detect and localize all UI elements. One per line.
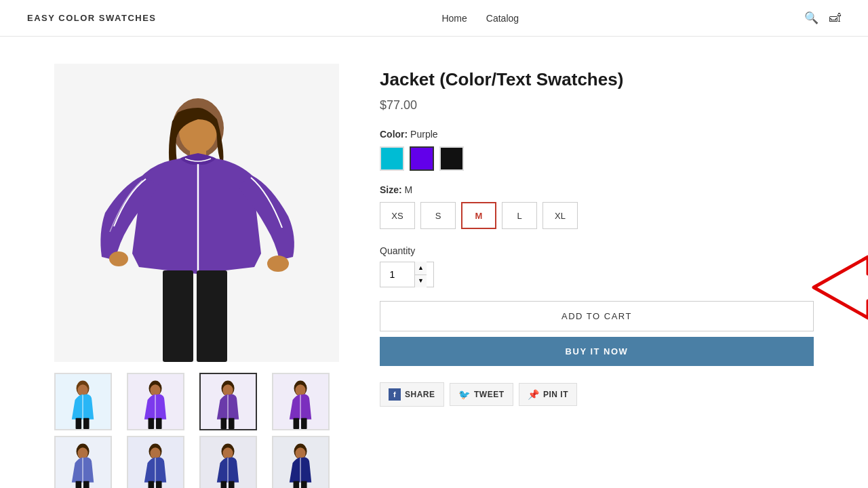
svg-rect-19 [149, 418, 155, 429]
svg-rect-37 [76, 481, 82, 488]
add-to-cart-button[interactable]: ADD TO CART [380, 301, 814, 331]
svg-rect-5 [163, 270, 193, 362]
svg-point-7 [267, 256, 289, 272]
main-nav: Home Catalog [441, 13, 519, 24]
svg-rect-38 [83, 481, 90, 488]
product-images [54, 64, 339, 488]
quantity-spinner: ▲ ▼ [414, 262, 427, 287]
color-swatch-purple[interactable] [410, 146, 434, 171]
pinterest-icon: 📌 [528, 389, 540, 400]
buy-it-now-button[interactable]: BUY IT NOW [380, 337, 814, 366]
action-buttons-section: ADD TO CART BUY IT NOW [380, 301, 814, 382]
cart-icon[interactable]: 🛋 [829, 12, 841, 25]
svg-rect-56 [301, 481, 307, 488]
thumbnail-6[interactable] [127, 436, 184, 488]
svg-point-8 [109, 251, 128, 266]
product-price: $77.00 [380, 98, 814, 113]
svg-marker-57 [814, 257, 868, 318]
product-title: Jacket (Color/Text Swatches) [380, 69, 814, 90]
color-swatch-cyan[interactable] [380, 146, 404, 171]
facebook-share-button[interactable]: f SHARE [380, 382, 444, 407]
pinterest-label: PIN IT [543, 390, 568, 399]
twitter-share-button[interactable]: 🐦 TWEET [450, 383, 513, 406]
search-icon[interactable]: 🔍 [804, 11, 818, 25]
size-s[interactable]: S [420, 202, 456, 229]
header-icons: 🔍 🛋 [804, 11, 841, 25]
nav-catalog[interactable]: Catalog [486, 13, 519, 24]
social-share: f SHARE 🐦 TWEET 📌 PIN IT [380, 382, 814, 407]
pinterest-share-button[interactable]: 📌 PIN IT [519, 383, 578, 406]
product-details: Jacket (Color/Text Swatches) $77.00 Colo… [380, 64, 814, 488]
svg-rect-50 [229, 481, 235, 488]
thumbnail-grid [54, 373, 339, 488]
size-xl[interactable]: XL [542, 202, 578, 229]
selected-size: M [405, 184, 413, 195]
twitter-icon: 🐦 [458, 389, 471, 400]
facebook-label: SHARE [405, 390, 435, 399]
svg-rect-32 [301, 418, 307, 429]
svg-rect-20 [156, 418, 162, 429]
selected-color: Purple [410, 129, 437, 140]
thumbnail-3[interactable] [199, 373, 257, 430]
svg-rect-49 [221, 481, 227, 488]
svg-rect-14 [83, 418, 90, 429]
nav-home[interactable]: Home [441, 13, 467, 24]
quantity-field[interactable] [380, 269, 414, 280]
svg-rect-26 [229, 418, 235, 429]
thumbnail-8[interactable] [272, 436, 330, 488]
thumbnail-4[interactable] [272, 373, 330, 430]
svg-rect-13 [76, 418, 82, 429]
quantity-label: Quantity [380, 245, 814, 256]
size-buttons: XS S M L XL [380, 202, 814, 229]
svg-rect-55 [294, 481, 300, 488]
quantity-down-button[interactable]: ▼ [415, 275, 427, 288]
logo: EASY COLOR SWATCHES [27, 13, 157, 23]
color-swatches [380, 146, 814, 171]
thumbnail-7[interactable] [199, 436, 257, 488]
svg-rect-25 [221, 418, 227, 429]
size-option-label: Size: M [380, 184, 814, 195]
svg-rect-44 [156, 481, 162, 488]
twitter-label: TWEET [474, 390, 505, 399]
thumbnail-2[interactable] [127, 373, 184, 430]
size-l[interactable]: L [502, 202, 537, 229]
header: EASY COLOR SWATCHES Home Catalog 🔍 🛋 [0, 0, 868, 37]
main-content: Jacket (Color/Text Swatches) $77.00 Colo… [0, 37, 868, 488]
svg-rect-43 [149, 481, 155, 488]
thumbnail-1[interactable] [54, 373, 112, 430]
svg-rect-31 [294, 418, 300, 429]
quantity-input-wrapper: ▲ ▼ [380, 262, 434, 287]
svg-rect-6 [197, 270, 227, 362]
color-option-label: Color: Purple [380, 129, 814, 140]
main-product-image [54, 64, 339, 362]
quantity-up-button[interactable]: ▲ [415, 262, 427, 275]
arrow-annotation [800, 247, 868, 330]
color-swatch-black[interactable] [439, 146, 464, 171]
facebook-icon: f [389, 388, 401, 401]
size-xs[interactable]: XS [380, 202, 415, 229]
thumbnail-5[interactable] [54, 436, 112, 488]
size-m[interactable]: M [461, 202, 496, 229]
